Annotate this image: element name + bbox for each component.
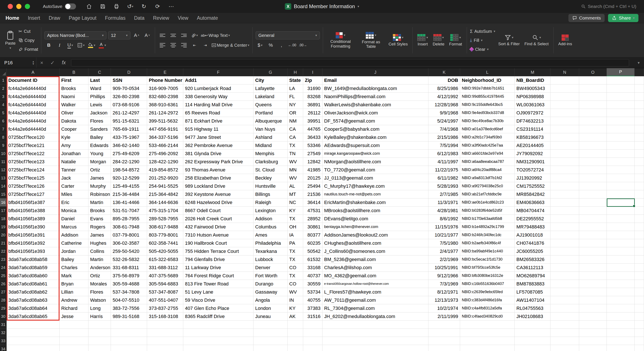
cell-B4[interactable]: Walker bbox=[60, 101, 88, 109]
cell-J28[interactable]: AW_7011@geemail.com bbox=[322, 296, 428, 304]
cell-F2[interactable]: 920 Lumberjack Road bbox=[183, 84, 254, 93]
cell-K30[interactable]: 2/11/1999 bbox=[428, 312, 460, 320]
cell-F16[interactable]: 6248 Hazelwood Drive bbox=[183, 198, 254, 207]
cell-I31[interactable] bbox=[303, 320, 322, 329]
row-header-12[interactable]: 12 bbox=[0, 166, 7, 174]
cell-E12[interactable]: 419-854-8572 bbox=[147, 166, 183, 174]
cell-H24[interactable]: CO bbox=[288, 264, 303, 272]
cell-C17[interactable]: Brooks bbox=[88, 207, 111, 215]
cell-B14[interactable]: Carter bbox=[60, 182, 88, 190]
column-header-B[interactable]: B bbox=[60, 68, 88, 76]
cell-A7[interactable]: fc44a2e6d44440d bbox=[7, 125, 60, 133]
cell-E3[interactable]: 832-680-2398 bbox=[147, 93, 183, 101]
cell-A13[interactable]: 0725bcf7fece125 bbox=[7, 174, 60, 182]
undo-button[interactable]: ↺▾ bbox=[126, 3, 134, 10]
cell-L34[interactable] bbox=[460, 345, 515, 351]
cell-M6[interactable]: DF74632213 bbox=[515, 117, 550, 125]
column-header-F[interactable]: F bbox=[183, 68, 254, 76]
cell-K17[interactable]: 4/28/1981 bbox=[428, 207, 460, 215]
tab-page-layout[interactable]: Page Layout bbox=[69, 15, 96, 21]
cell-O10[interactable] bbox=[579, 150, 607, 158]
cell-J27[interactable]: L_Flores57@hawkeye.com bbox=[322, 288, 428, 296]
cell-F11[interactable]: 262 Expressway Park Drive bbox=[183, 158, 254, 166]
tab-data[interactable]: Data bbox=[134, 15, 144, 21]
cell-L10[interactable]: NBID:a6601fde2e97e94 bbox=[460, 150, 515, 158]
cell-extra-9[interactable] bbox=[634, 141, 644, 150]
cell-J22[interactable]: J_Collins60@someones.com bbox=[322, 247, 428, 255]
cell-G27[interactable]: Gassaway bbox=[254, 288, 288, 296]
cell-K20[interactable]: 10/21/1977 bbox=[428, 231, 460, 239]
cell-extra-30[interactable] bbox=[634, 312, 644, 320]
cell-E21[interactable]: 602-358-7441 bbox=[147, 239, 183, 247]
cell-B30[interactable]: Jesse bbox=[60, 312, 88, 320]
column-header-E[interactable]: E bbox=[147, 68, 183, 76]
tab-home[interactable]: Home bbox=[6, 15, 19, 21]
cell-N23[interactable] bbox=[550, 255, 579, 264]
cell-O22[interactable] bbox=[579, 247, 607, 255]
currency-button[interactable]: $▾ bbox=[256, 41, 264, 49]
cell-L18[interactable]: NBID:b17f3e63aafd5b8 bbox=[460, 215, 515, 223]
search-control[interactable]: Search (Cmd + Ctrl + U) bbox=[581, 4, 636, 9]
cell-P20[interactable] bbox=[607, 231, 634, 239]
cell-P3[interactable] bbox=[607, 93, 634, 101]
cell-D33[interactable] bbox=[111, 337, 147, 345]
decrease-font-size-button[interactable]: A˅ bbox=[143, 31, 152, 40]
cell-M19[interactable]: MR79488483 bbox=[515, 223, 550, 231]
cell-E5[interactable]: 261-124-2972 bbox=[147, 109, 183, 117]
cell-M15[interactable]: MR85842842 bbox=[515, 190, 550, 198]
cell-B19[interactable]: Marcus bbox=[60, 223, 88, 231]
decrease-decimal-button[interactable]: .00→ bbox=[298, 41, 308, 49]
cell-C2[interactable]: Ward bbox=[88, 84, 111, 93]
cell-F19[interactable]: 432 Fairwood Drive bbox=[183, 223, 254, 231]
tab-view[interactable]: View bbox=[178, 15, 188, 21]
clear-button[interactable]: Clear▾ bbox=[470, 46, 495, 53]
cell-extra-23[interactable] bbox=[634, 255, 644, 264]
cell-J5[interactable]: OliverJackson@wick.com bbox=[322, 109, 428, 117]
cell-K27[interactable]: 8/12/1971 bbox=[428, 288, 460, 296]
cell-J7[interactable]: CooperS@babyshark.com bbox=[322, 125, 428, 133]
cell-H30[interactable]: AK bbox=[288, 312, 303, 320]
cell-L6[interactable]: NBID:9ec49ce8ac7b30b bbox=[460, 117, 515, 125]
cell-P32[interactable] bbox=[607, 329, 634, 337]
cell-D27[interactable]: 537-34-7808 bbox=[111, 288, 147, 296]
fill-button[interactable]: ⤓Fill▾ bbox=[470, 37, 495, 44]
cell-L25[interactable]: NBID:bfb3080be16312e bbox=[460, 272, 515, 280]
cell-H28[interactable]: IN bbox=[288, 296, 303, 304]
cell-extra-3[interactable] bbox=[634, 93, 644, 101]
cell-C19[interactable]: Rogers bbox=[88, 223, 111, 231]
cell-L33[interactable] bbox=[460, 337, 515, 345]
cell-H7[interactable]: CA bbox=[288, 125, 303, 133]
cell-A25[interactable]: 3da67a6cd08ab60 bbox=[7, 272, 60, 280]
cell-I7[interactable]: 44765 bbox=[303, 125, 322, 133]
cell-M17[interactable]: MB04704474 bbox=[515, 207, 550, 215]
cell-N13[interactable] bbox=[550, 174, 579, 182]
cell-K18[interactable]: 8/6/1992 bbox=[428, 215, 460, 223]
cell-G3[interactable]: Lakeland bbox=[254, 93, 288, 101]
cell-B20[interactable]: Addison bbox=[60, 231, 88, 239]
cell-H23[interactable]: TX bbox=[288, 255, 303, 264]
cell-F1[interactable]: Add1 bbox=[183, 76, 254, 84]
cell-H6[interactable]: NM bbox=[288, 117, 303, 125]
cell-G26[interactable]: Durango bbox=[254, 280, 288, 288]
cell-P21[interactable] bbox=[607, 239, 634, 247]
row-header-34[interactable]: 34 bbox=[0, 345, 7, 351]
cell-J32[interactable] bbox=[322, 329, 428, 337]
cell-P27[interactable] bbox=[607, 288, 634, 296]
cell-B34[interactable] bbox=[60, 345, 88, 351]
cell-E17[interactable]: 475-315-1704 bbox=[147, 207, 183, 215]
cell-H12[interactable]: MN bbox=[288, 166, 303, 174]
cell-H13[interactable]: WV bbox=[288, 174, 303, 182]
cell-K25[interactable]: 9/12/1966 bbox=[428, 272, 460, 280]
cell-M8[interactable]: KB58196673 bbox=[515, 133, 550, 141]
cell-B16[interactable]: Eric bbox=[60, 198, 88, 207]
cell-H15[interactable]: MT bbox=[288, 190, 303, 198]
cell-N16[interactable] bbox=[550, 198, 579, 207]
cell-L30[interactable]: NBID:c4faed340829cd0 bbox=[460, 312, 515, 320]
name-box-stepper[interactable]: ▲▼ bbox=[32, 61, 34, 65]
cell-I21[interactable]: 60235 bbox=[303, 239, 322, 247]
cell-N18[interactable] bbox=[550, 215, 579, 223]
cell-G14[interactable]: Huntsville bbox=[254, 182, 288, 190]
cell-J30[interactable]: JH_6202@medullaoblongata.com bbox=[322, 312, 428, 320]
cell-N14[interactable] bbox=[550, 182, 579, 190]
row-header-17[interactable]: 17 bbox=[0, 207, 7, 215]
